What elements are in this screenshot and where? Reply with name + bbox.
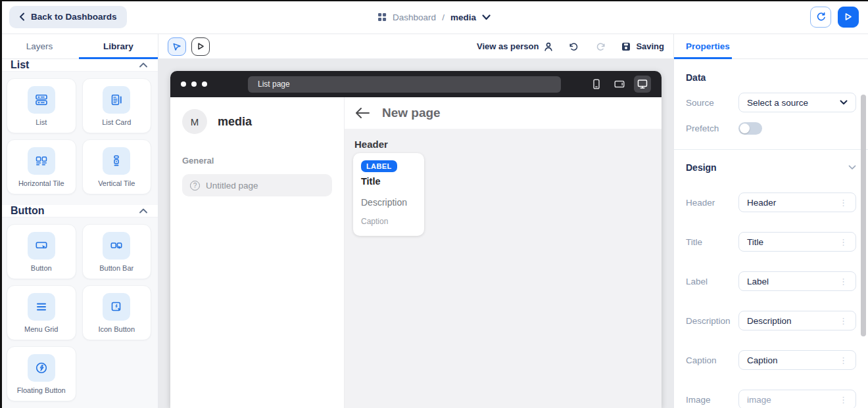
source-label: Source bbox=[686, 98, 738, 108]
back-to-dashboards-button[interactable]: Back to Dashboards bbox=[9, 6, 127, 28]
field-label: Caption bbox=[686, 355, 738, 365]
back-button-label: Back to Dashboards bbox=[31, 12, 117, 22]
refresh-button[interactable] bbox=[810, 7, 831, 28]
chevron-down-icon[interactable] bbox=[848, 165, 856, 170]
undo-icon[interactable] bbox=[569, 42, 579, 51]
breadcrumb-parent[interactable]: Dashboard bbox=[393, 12, 436, 22]
button-bar-icon bbox=[103, 232, 130, 260]
menu-grid-icon bbox=[28, 293, 55, 321]
device-browser-bar: List page bbox=[170, 71, 662, 97]
device-preview-frame: List page bbox=[170, 71, 662, 408]
chevron-down-icon[interactable] bbox=[482, 14, 491, 20]
question-circle-icon: ? bbox=[190, 181, 200, 191]
card-description: Description bbox=[361, 197, 416, 208]
kebab-menu-icon[interactable]: ⋮ bbox=[839, 198, 848, 207]
section-header-button[interactable]: Button bbox=[0, 205, 158, 217]
library-item-list[interactable]: List bbox=[7, 78, 76, 133]
refresh-icon bbox=[816, 12, 826, 22]
window-edge-top bbox=[0, 0, 868, 1]
field-input-image[interactable]: image ⋮ bbox=[738, 390, 856, 408]
nav-item-label: Untitled page bbox=[206, 181, 258, 191]
field-value: image bbox=[747, 395, 839, 405]
library-item-vertical-tile[interactable]: Vertical Tile bbox=[82, 139, 152, 194]
kebab-menu-icon[interactable]: ⋮ bbox=[839, 238, 848, 246]
breadcrumb[interactable]: Dashboard / media bbox=[377, 0, 491, 34]
field-input-description[interactable]: Description ⋮ bbox=[738, 311, 856, 330]
field-label: Label bbox=[686, 277, 738, 286]
library-item-button-bar[interactable]: Button Bar bbox=[82, 224, 152, 279]
top-bar: Back to Dashboards Dashboard / media bbox=[0, 0, 868, 34]
library-item-label: Horizontal Tile bbox=[18, 179, 64, 187]
field-input-title[interactable]: Title ⋮ bbox=[738, 232, 856, 252]
app-page-title: New page bbox=[382, 106, 441, 120]
saving-status: Saving bbox=[621, 41, 664, 51]
library-item-menu-grid[interactable]: Menu Grid bbox=[7, 285, 76, 340]
library-item-icon-button[interactable]: Icon Button bbox=[82, 285, 152, 340]
breadcrumb-separator: / bbox=[442, 12, 445, 22]
play-tool-button[interactable] bbox=[191, 37, 210, 56]
field-label: Header bbox=[686, 198, 738, 208]
cursor-tool-button[interactable] bbox=[168, 37, 186, 56]
field-row-caption: Caption Caption ⋮ bbox=[686, 350, 856, 370]
scrollbar-thumb[interactable] bbox=[861, 95, 866, 336]
sidebar-tabs: Layers Library bbox=[0, 34, 158, 59]
toggle-knob bbox=[740, 124, 750, 133]
source-select[interactable]: Select a source bbox=[738, 93, 856, 112]
app-page-area: New page Header LABEL Title Description … bbox=[345, 97, 662, 408]
window-controls[interactable] bbox=[181, 81, 207, 87]
device-switcher bbox=[588, 76, 651, 93]
back-arrow-icon[interactable] bbox=[355, 108, 370, 118]
design-section-title: Design bbox=[686, 162, 717, 173]
field-label: Image bbox=[686, 395, 738, 405]
play-publish-button[interactable] bbox=[838, 7, 859, 28]
field-value: Title bbox=[747, 237, 839, 247]
view-as-label: View as person bbox=[477, 41, 539, 51]
redo-icon[interactable] bbox=[595, 42, 606, 51]
address-bar-label: List page bbox=[258, 79, 290, 89]
field-input-header[interactable]: Header ⋮ bbox=[738, 193, 856, 212]
tab-library[interactable]: Library bbox=[79, 34, 158, 58]
kebab-menu-icon[interactable]: ⋮ bbox=[839, 317, 848, 325]
nav-section-label: General bbox=[182, 156, 332, 166]
play-outline-icon bbox=[197, 42, 205, 51]
breadcrumb-current[interactable]: media bbox=[450, 12, 476, 22]
tab-properties[interactable]: Properties bbox=[674, 41, 730, 51]
library-item-button[interactable]: Button bbox=[7, 224, 76, 279]
canvas-area: View as person Saving List page bbox=[158, 34, 673, 408]
list-icon bbox=[28, 86, 55, 114]
list-card-icon bbox=[103, 86, 130, 114]
kebab-menu-icon[interactable]: ⋮ bbox=[839, 277, 848, 286]
person-icon bbox=[544, 42, 553, 51]
library-item-floating-button[interactable]: Floating Button bbox=[7, 346, 76, 401]
app-monogram: M bbox=[191, 116, 199, 127]
section-header-list[interactable]: List bbox=[0, 59, 158, 72]
library-item-list-card[interactable]: List Card bbox=[82, 78, 152, 133]
field-label: Description bbox=[686, 316, 738, 326]
field-value: Description bbox=[747, 316, 839, 326]
view-as-person-button[interactable]: View as person bbox=[477, 41, 553, 51]
mobile-device-icon[interactable] bbox=[588, 76, 605, 93]
source-select-value: Select a source bbox=[747, 98, 840, 108]
tab-layers[interactable]: Layers bbox=[0, 34, 79, 58]
chevron-up-icon[interactable] bbox=[139, 208, 147, 214]
prefetch-toggle[interactable] bbox=[738, 122, 762, 135]
kebab-menu-icon[interactable]: ⋮ bbox=[839, 356, 848, 365]
field-input-label[interactable]: Label ⋮ bbox=[738, 271, 856, 291]
field-input-caption[interactable]: Caption ⋮ bbox=[738, 350, 856, 370]
nav-item-untitled-page[interactable]: ? Untitled page bbox=[182, 174, 332, 196]
chevron-up-icon[interactable] bbox=[139, 62, 147, 68]
dashboard-grid-icon bbox=[377, 12, 387, 22]
library-item-label: Button Bar bbox=[99, 264, 133, 272]
address-bar[interactable]: List page bbox=[248, 76, 561, 93]
field-row-image: Image image ⋮ bbox=[686, 390, 856, 408]
desktop-device-icon[interactable] bbox=[634, 76, 651, 93]
library-item-label: Icon Button bbox=[98, 325, 135, 333]
field-value: Caption bbox=[747, 355, 839, 365]
header-component-card[interactable]: LABEL Title Description Caption bbox=[353, 153, 424, 236]
app-nav-panel: M media General ? Untitled page bbox=[170, 97, 345, 408]
kebab-menu-icon[interactable]: ⋮ bbox=[839, 396, 848, 404]
library-item-horizontal-tile[interactable]: Horizontal Tile bbox=[7, 139, 76, 194]
section-title: Button bbox=[11, 205, 45, 217]
tablet-device-icon[interactable] bbox=[611, 76, 628, 93]
button-section-cards: Button Button Bar Menu Grid Icon Button bbox=[0, 217, 158, 408]
